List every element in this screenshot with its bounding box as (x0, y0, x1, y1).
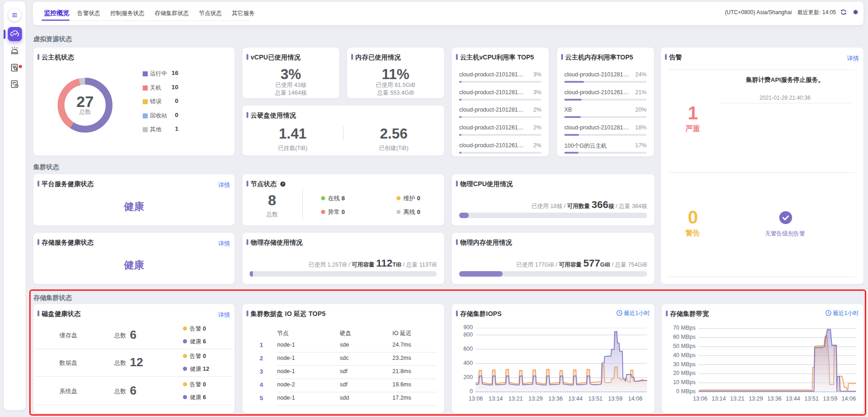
svg-text:?: ? (282, 182, 284, 186)
